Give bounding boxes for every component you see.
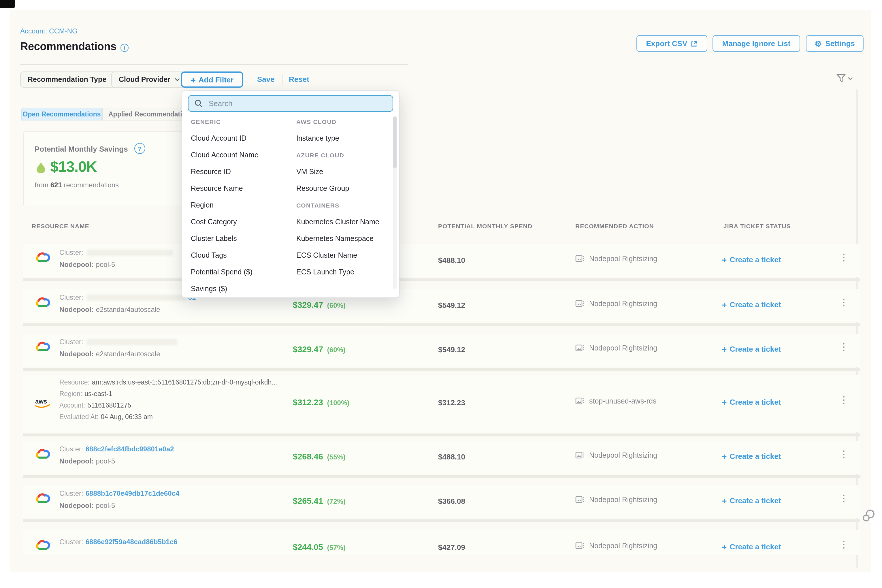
add-filter-button[interactable]: + Add Filter [181, 72, 243, 88]
manage-ignore-list-button[interactable]: Manage Ignore List [712, 35, 800, 52]
recommended-action-label: Nodepool Rightsizing [589, 255, 657, 263]
table-row[interactable]: Cluster:6888b1c70e49db17c1de60c4 Nodepoo… [23, 485, 860, 518]
menu-item-kubernetes-cluster-name[interactable]: Kubernetes Cluster Name [296, 214, 392, 231]
menu-item-region[interactable]: Region [191, 197, 292, 214]
cloud-provider-filter[interactable]: Cloud Provider [111, 72, 187, 88]
row-menu-kebab[interactable]: ⋮ [839, 541, 849, 549]
dropdown-cloud-column: AWS CLOUD Instance type AZURE CLOUD VM S… [296, 114, 392, 281]
create-ticket-button[interactable]: + Create a ticket [722, 300, 781, 310]
savings-percent: (100%) [327, 399, 350, 407]
create-ticket-button[interactable]: + Create a ticket [722, 542, 781, 552]
menu-item-resource-id[interactable]: Resource ID [191, 164, 292, 180]
create-ticket-label: Create a ticket [730, 345, 781, 353]
search-input[interactable] [207, 99, 371, 108]
menu-item-resource-group[interactable]: Resource Group [296, 180, 392, 197]
savings-percent: (60%) [327, 346, 346, 354]
table-row[interactable]: Cluster: Nodepool:e2standar4autoscale $3… [23, 334, 860, 367]
dropdown-scrollbar-thumb[interactable] [393, 117, 397, 168]
account-breadcrumb[interactable]: Account: CCM-NG [20, 27, 78, 35]
table-row[interactable]: aws Resource:arn:aws:rds:us-east-1:51161… [23, 375, 860, 432]
cluster-id-link[interactable]: 6888b1c70e49db17c1de60c4 [86, 489, 180, 498]
col-header-potential-monthly-spend[interactable]: POTENTIAL MONTHLY SPEND [438, 222, 532, 230]
gcp-icon [34, 448, 51, 463]
aws-icon: aws [33, 397, 53, 413]
rightsizing-icon [575, 255, 585, 263]
table-row[interactable]: Cluster:31 Nodepool:e2standar4autoscale … [23, 290, 860, 322]
recommended-action-label: Nodepool Rightsizing [589, 496, 657, 504]
add-filter-label: Add Filter [199, 75, 234, 84]
cluster-label: Cluster: [59, 338, 83, 346]
create-ticket-button[interactable]: + Create a ticket [722, 397, 781, 407]
chevron-down-icon [174, 78, 180, 81]
info-icon[interactable]: i [120, 44, 129, 52]
row-menu-kebab[interactable]: ⋮ [839, 396, 849, 404]
savings-percent: (55%) [327, 453, 346, 461]
menu-item-cost-category[interactable]: Cost Category [191, 214, 292, 231]
menu-item-cluster-labels[interactable]: Cluster Labels [191, 231, 292, 247]
tab-applied-recommendations[interactable]: Applied Recommendations [102, 108, 190, 120]
row-menu-kebab[interactable]: ⋮ [839, 495, 849, 502]
settings-button[interactable]: ⚙ Settings [806, 35, 864, 52]
create-ticket-button[interactable]: + Create a ticket [722, 255, 781, 265]
row-menu-kebab[interactable]: ⋮ [839, 343, 849, 351]
menu-item-cloud-account-id[interactable]: Cloud Account ID [191, 130, 292, 147]
savings-amount: $13.0K [50, 158, 97, 176]
menu-item-cloud-account-name[interactable]: Cloud Account Name [191, 147, 292, 164]
row-separator [23, 475, 860, 478]
reset-filter-button[interactable]: Reset [289, 75, 309, 84]
menu-item-vm-size[interactable]: VM Size [296, 164, 392, 180]
create-ticket-button[interactable]: + Create a ticket [722, 496, 781, 506]
evaluated-at-label: Evaluated At: [59, 413, 99, 420]
potential-spend-value: $549.12 [438, 301, 465, 310]
create-ticket-button[interactable]: + Create a ticket [722, 344, 781, 354]
dropdown-scrollbar[interactable] [393, 117, 397, 290]
col-header-jira-ticket-status[interactable]: JIRA TICKET STATUS [723, 222, 790, 230]
nodepool-label: Nodepool: [59, 306, 94, 314]
rightsizing-icon [575, 300, 585, 308]
section-header-containers: CONTAINERS [296, 197, 392, 214]
create-ticket-button[interactable]: + Create a ticket [722, 452, 781, 461]
monthly-savings-value: $312.23(100%) [293, 398, 350, 407]
export-csv-button[interactable]: Export CSV [636, 35, 707, 52]
row-menu-kebab[interactable]: ⋮ [839, 254, 849, 262]
help-chat-icon[interactable] [861, 508, 876, 526]
recommended-action: Nodepool Rightsizing [575, 452, 657, 459]
row-menu-kebab[interactable]: ⋮ [839, 450, 849, 458]
help-icon[interactable]: ? [134, 143, 145, 154]
menu-item-resource-name[interactable]: Resource Name [191, 180, 292, 197]
settings-label: Settings [825, 39, 855, 48]
rightsizing-icon [575, 344, 585, 352]
row-separator [23, 434, 860, 436]
filter-panel-icon[interactable] [836, 73, 853, 86]
tab-open-recommendations[interactable]: Open Recommendations [21, 108, 102, 120]
col-header-resource-name[interactable]: RESOURCE NAME [32, 222, 89, 230]
recommended-action: stop-unused-aws-rds [575, 397, 656, 405]
recommended-action-label: Nodepool Rightsizing [589, 344, 657, 352]
resource-label: Resource: [59, 379, 90, 386]
menu-item-kubernetes-namespace[interactable]: Kubernetes Namespace [296, 231, 392, 247]
page-title: Recommendations [20, 40, 117, 53]
menu-item-savings[interactable]: Savings ($) [191, 281, 292, 297]
menu-item-ecs-cluster-name[interactable]: ECS Cluster Name [296, 247, 392, 264]
evaluated-at-value: 04 Aug, 06:33 am [101, 413, 153, 420]
nodepool-value: pool-5 [96, 501, 115, 510]
cluster-id-link[interactable]: 688c2fefc84fbdc99801a0a2 [86, 445, 174, 453]
menu-item-instance-type[interactable]: Instance type [296, 130, 392, 147]
monthly-savings-value: $244.05(57%) [293, 543, 346, 552]
dropdown-search[interactable] [188, 95, 393, 112]
row-separator [23, 519, 860, 522]
recommendation-type-filter[interactable]: Recommendation Type [20, 72, 123, 88]
table-row[interactable]: Cluster: Nodepool:pool-5 $488.10 Nodepoo… [23, 244, 860, 277]
potential-savings-card [23, 131, 186, 206]
menu-item-potential-spend[interactable]: Potential Spend ($) [191, 264, 292, 281]
col-header-recommended-action[interactable]: RECOMMENDED ACTION [575, 222, 654, 230]
save-filter-button[interactable]: Save [257, 75, 275, 84]
menu-item-ecs-launch-type[interactable]: ECS Launch Type [296, 264, 392, 281]
table-row[interactable]: Cluster:6886e92f59a48cad86b5b1c6 $244.05… [23, 530, 860, 555]
table-top-border [23, 217, 860, 218]
savings-money-icon [34, 161, 47, 176]
row-menu-kebab[interactable]: ⋮ [839, 298, 849, 307]
table-row[interactable]: Cluster:688c2fefc84fbdc99801a0a2 Nodepoo… [23, 441, 860, 474]
menu-item-cloud-tags[interactable]: Cloud Tags [191, 247, 292, 264]
cluster-id-link[interactable]: 6886e92f59a48cad86b5b1c6 [86, 538, 177, 546]
